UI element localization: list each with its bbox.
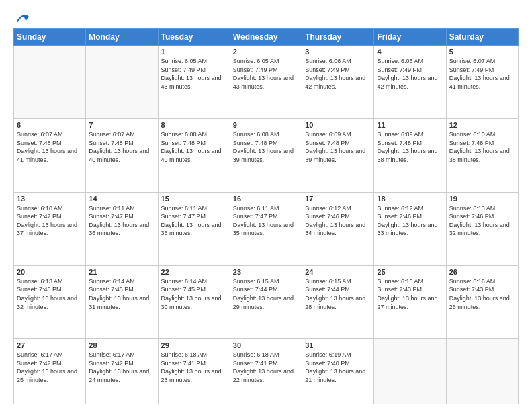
calendar-cell: 7Sunrise: 6:07 AM Sunset: 7:48 PM Daylig… [86,119,158,192]
day-info: Sunrise: 6:15 AM Sunset: 7:44 PM Dayligh… [305,277,371,311]
calendar-cell [14,46,86,119]
day-info: Sunrise: 6:08 AM Sunset: 7:48 PM Dayligh… [233,130,299,164]
calendar-cell: 17Sunrise: 6:12 AM Sunset: 7:46 PM Dayli… [302,192,374,265]
calendar-cell: 4Sunrise: 6:06 AM Sunset: 7:49 PM Daylig… [374,46,446,119]
day-number: 25 [377,268,443,276]
calendar-cell: 28Sunrise: 6:17 AM Sunset: 7:42 PM Dayli… [86,339,158,404]
calendar-cell: 27Sunrise: 6:17 AM Sunset: 7:42 PM Dayli… [14,339,86,404]
day-info: Sunrise: 6:05 AM Sunset: 7:49 PM Dayligh… [233,57,299,91]
calendar-cell: 20Sunrise: 6:13 AM Sunset: 7:45 PM Dayli… [14,265,86,338]
calendar-cell: 31Sunrise: 6:19 AM Sunset: 7:40 PM Dayli… [302,339,374,404]
calendar-cell: 18Sunrise: 6:12 AM Sunset: 7:46 PM Dayli… [374,192,446,265]
day-info: Sunrise: 6:06 AM Sunset: 7:49 PM Dayligh… [377,57,443,91]
day-number: 15 [161,195,227,203]
calendar-week-2: 6Sunrise: 6:07 AM Sunset: 7:48 PM Daylig… [14,119,519,192]
calendar-cell: 8Sunrise: 6:08 AM Sunset: 7:48 PM Daylig… [158,119,230,192]
col-wednesday: Wednesday [230,29,302,46]
col-saturday: Saturday [446,29,518,46]
calendar-cell: 13Sunrise: 6:10 AM Sunset: 7:47 PM Dayli… [14,192,86,265]
calendar-table: Sunday Monday Tuesday Wednesday Thursday… [13,28,519,404]
day-info: Sunrise: 6:17 AM Sunset: 7:42 PM Dayligh… [89,351,154,384]
calendar-week-3: 13Sunrise: 6:10 AM Sunset: 7:47 PM Dayli… [14,192,519,265]
calendar-cell: 23Sunrise: 6:15 AM Sunset: 7:44 PM Dayli… [230,265,302,338]
day-number: 17 [305,195,371,203]
calendar-cell: 1Sunrise: 6:05 AM Sunset: 7:49 PM Daylig… [158,46,230,119]
calendar-week-4: 20Sunrise: 6:13 AM Sunset: 7:45 PM Dayli… [14,265,519,338]
day-info: Sunrise: 6:06 AM Sunset: 7:49 PM Dayligh… [305,57,371,91]
calendar-cell: 15Sunrise: 6:11 AM Sunset: 7:47 PM Dayli… [158,192,230,265]
calendar-week-5: 27Sunrise: 6:17 AM Sunset: 7:42 PM Dayli… [14,339,519,404]
calendar-cell: 25Sunrise: 6:16 AM Sunset: 7:43 PM Dayli… [374,265,446,338]
day-number: 24 [305,268,371,276]
day-info: Sunrise: 6:14 AM Sunset: 7:45 PM Dayligh… [89,277,154,311]
day-number: 27 [17,341,83,349]
day-info: Sunrise: 6:11 AM Sunset: 7:47 PM Dayligh… [233,204,299,238]
day-info: Sunrise: 6:16 AM Sunset: 7:43 PM Dayligh… [449,277,515,311]
day-number: 2 [233,48,299,56]
logo-icon [15,11,30,26]
day-info: Sunrise: 6:14 AM Sunset: 7:45 PM Dayligh… [161,277,227,311]
day-info: Sunrise: 6:09 AM Sunset: 7:48 PM Dayligh… [305,130,371,164]
calendar-cell: 14Sunrise: 6:11 AM Sunset: 7:47 PM Dayli… [86,192,158,265]
day-number: 16 [233,195,299,203]
day-info: Sunrise: 6:09 AM Sunset: 7:48 PM Dayligh… [377,130,443,164]
day-info: Sunrise: 6:07 AM Sunset: 7:49 PM Dayligh… [449,57,515,91]
calendar-cell: 6Sunrise: 6:07 AM Sunset: 7:48 PM Daylig… [14,119,86,192]
day-info: Sunrise: 6:18 AM Sunset: 7:41 PM Dayligh… [233,351,299,384]
page: Sunday Monday Tuesday Wednesday Thursday… [0,0,532,411]
col-tuesday: Tuesday [158,29,230,46]
day-info: Sunrise: 6:15 AM Sunset: 7:44 PM Dayligh… [233,277,299,311]
calendar-cell: 9Sunrise: 6:08 AM Sunset: 7:48 PM Daylig… [230,119,302,192]
calendar-cell [374,339,446,404]
calendar-cell: 11Sunrise: 6:09 AM Sunset: 7:48 PM Dayli… [374,119,446,192]
day-info: Sunrise: 6:18 AM Sunset: 7:41 PM Dayligh… [161,351,227,384]
day-number: 13 [17,195,83,203]
day-number: 3 [305,48,371,56]
day-info: Sunrise: 6:17 AM Sunset: 7:42 PM Dayligh… [17,351,83,384]
day-info: Sunrise: 6:10 AM Sunset: 7:48 PM Dayligh… [449,130,515,164]
day-number: 8 [161,121,227,129]
day-number: 23 [233,268,299,276]
day-info: Sunrise: 6:10 AM Sunset: 7:47 PM Dayligh… [17,204,83,238]
calendar-cell [446,339,518,404]
header [13,11,519,23]
calendar-cell: 26Sunrise: 6:16 AM Sunset: 7:43 PM Dayli… [446,265,518,338]
day-number: 11 [377,121,443,129]
calendar-week-1: 1Sunrise: 6:05 AM Sunset: 7:49 PM Daylig… [14,46,519,119]
day-info: Sunrise: 6:11 AM Sunset: 7:47 PM Dayligh… [89,204,154,238]
calendar-cell: 30Sunrise: 6:18 AM Sunset: 7:41 PM Dayli… [230,339,302,404]
col-friday: Friday [374,29,446,46]
day-info: Sunrise: 6:13 AM Sunset: 7:46 PM Dayligh… [449,204,515,238]
calendar-cell: 22Sunrise: 6:14 AM Sunset: 7:45 PM Dayli… [158,265,230,338]
day-info: Sunrise: 6:19 AM Sunset: 7:40 PM Dayligh… [305,351,371,384]
header-row: Sunday Monday Tuesday Wednesday Thursday… [14,29,519,46]
calendar-cell: 5Sunrise: 6:07 AM Sunset: 7:49 PM Daylig… [446,46,518,119]
calendar-cell: 10Sunrise: 6:09 AM Sunset: 7:48 PM Dayli… [302,119,374,192]
day-number: 9 [233,121,299,129]
col-monday: Monday [86,29,158,46]
calendar-cell: 16Sunrise: 6:11 AM Sunset: 7:47 PM Dayli… [230,192,302,265]
day-info: Sunrise: 6:05 AM Sunset: 7:49 PM Dayligh… [161,57,227,91]
day-number: 28 [89,341,154,349]
day-number: 19 [449,195,515,203]
col-thursday: Thursday [302,29,374,46]
day-info: Sunrise: 6:07 AM Sunset: 7:48 PM Dayligh… [89,130,154,164]
calendar-cell: 2Sunrise: 6:05 AM Sunset: 7:49 PM Daylig… [230,46,302,119]
day-number: 31 [305,341,371,349]
day-info: Sunrise: 6:07 AM Sunset: 7:48 PM Dayligh… [17,130,83,164]
calendar-cell: 24Sunrise: 6:15 AM Sunset: 7:44 PM Dayli… [302,265,374,338]
day-number: 7 [89,121,154,129]
day-number: 30 [233,341,299,349]
day-number: 6 [17,121,83,129]
day-number: 20 [17,268,83,276]
day-number: 21 [89,268,154,276]
logo [13,11,30,23]
day-info: Sunrise: 6:08 AM Sunset: 7:48 PM Dayligh… [161,130,227,164]
day-info: Sunrise: 6:16 AM Sunset: 7:43 PM Dayligh… [377,277,443,311]
day-number: 1 [161,48,227,56]
day-number: 5 [449,48,515,56]
day-number: 12 [449,121,515,129]
day-info: Sunrise: 6:13 AM Sunset: 7:45 PM Dayligh… [17,277,83,311]
calendar-cell: 3Sunrise: 6:06 AM Sunset: 7:49 PM Daylig… [302,46,374,119]
calendar-cell: 21Sunrise: 6:14 AM Sunset: 7:45 PM Dayli… [86,265,158,338]
